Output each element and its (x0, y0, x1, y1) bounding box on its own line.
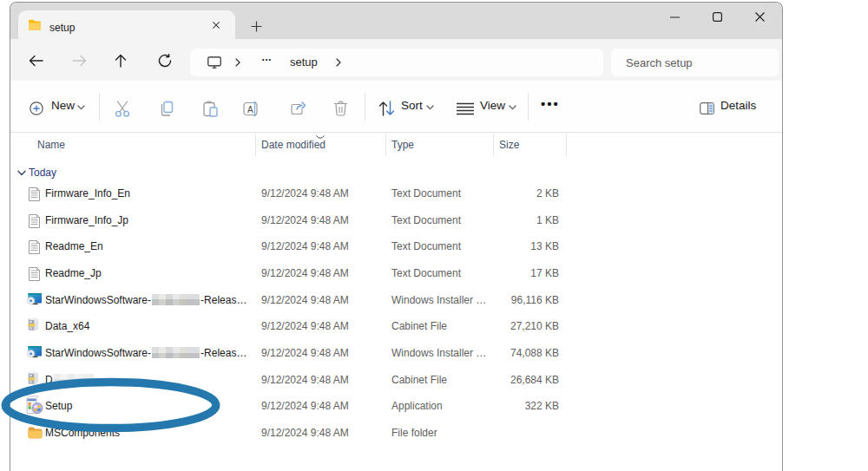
svg-text:A: A (247, 105, 253, 114)
